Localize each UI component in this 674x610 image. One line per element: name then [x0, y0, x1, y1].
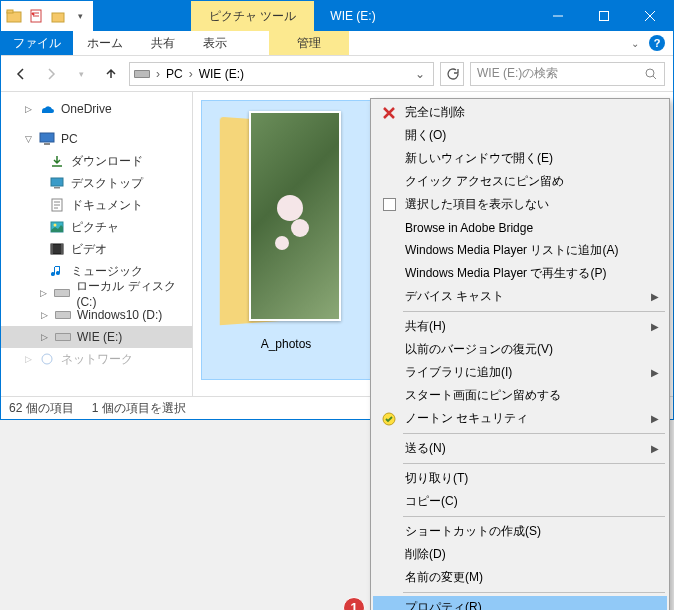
expander-icon[interactable]: ▷: [23, 104, 33, 114]
up-button[interactable]: [99, 62, 123, 86]
tree-downloads[interactable]: ダウンロード: [1, 150, 192, 172]
search-icon: [644, 67, 658, 81]
minimize-button[interactable]: [535, 1, 581, 31]
tree-videos[interactable]: ビデオ: [1, 238, 192, 260]
svg-rect-9: [44, 143, 50, 145]
tab-manage[interactable]: 管理: [269, 31, 349, 55]
expander-icon[interactable]: ▽: [23, 134, 33, 144]
drive-icon: [55, 329, 71, 345]
menu-cut[interactable]: 切り取り(T): [373, 467, 667, 490]
chevron-right-icon[interactable]: ›: [152, 67, 164, 81]
annotation-badge: 1: [343, 597, 365, 611]
tab-share[interactable]: 共有: [137, 31, 189, 55]
tree-local-c[interactable]: ▷ ローカル ディスク (C:): [1, 282, 192, 304]
tree-label: ビデオ: [71, 241, 107, 258]
svg-rect-11: [54, 187, 60, 189]
menu-open[interactable]: 開く(O): [373, 124, 667, 147]
pc-icon: [39, 131, 55, 147]
menu-adobe-bridge[interactable]: Browse in Adobe Bridge: [373, 216, 667, 239]
tree-network[interactable]: ▷ ネットワーク: [1, 348, 192, 370]
refresh-button[interactable]: [440, 62, 464, 86]
expander-icon[interactable]: ▷: [39, 288, 48, 298]
menu-add-to-library[interactable]: ライブラリに追加(I)▶: [373, 361, 667, 384]
maximize-button[interactable]: [581, 1, 627, 31]
menu-copy[interactable]: コピー(C): [373, 490, 667, 513]
svg-rect-10: [51, 178, 63, 186]
new-folder-icon[interactable]: [49, 7, 67, 25]
tree-label: ネットワーク: [61, 351, 133, 368]
properties-icon[interactable]: [27, 7, 45, 25]
recent-dropdown-icon[interactable]: ▾: [69, 62, 93, 86]
tree-label: ローカル ディスク (C:): [76, 278, 192, 309]
menu-norton[interactable]: ノートン セキュリティ▶: [373, 407, 667, 430]
tree-documents[interactable]: ドキュメント: [1, 194, 192, 216]
menu-rename[interactable]: 名前の変更(M): [373, 566, 667, 589]
qat-dropdown-icon[interactable]: ▾: [71, 7, 89, 25]
svg-rect-4: [600, 12, 609, 21]
onedrive-icon: [39, 101, 55, 117]
menu-create-shortcut[interactable]: ショートカットの作成(S): [373, 520, 667, 543]
tree-pictures[interactable]: ピクチャ: [1, 216, 192, 238]
menu-restore-previous[interactable]: 以前のバージョンの復元(V): [373, 338, 667, 361]
chevron-right-icon[interactable]: ›: [185, 67, 197, 81]
search-input[interactable]: WIE (E:)の検索: [470, 62, 665, 86]
menu-separator: [403, 433, 665, 434]
svg-rect-1: [7, 10, 13, 13]
help-icon[interactable]: ?: [649, 35, 665, 51]
svg-point-14: [54, 224, 57, 227]
forward-button[interactable]: [39, 62, 63, 86]
menu-delete[interactable]: 削除(D): [373, 543, 667, 566]
svg-rect-16: [51, 244, 53, 254]
tab-file[interactable]: ファイル: [1, 31, 73, 55]
menu-delete-permanently[interactable]: 完全に削除: [373, 101, 667, 124]
menu-wmp-play[interactable]: Windows Media Player で再生する(P): [373, 262, 667, 285]
menu-separator: [403, 592, 665, 593]
ribbon-expand-icon[interactable]: ⌄: [631, 38, 639, 49]
status-item-count: 62 個の項目: [9, 400, 74, 417]
menu-device-cast[interactable]: デバイス キャスト▶: [373, 285, 667, 308]
drive-icon: [55, 307, 71, 323]
menu-pin-start[interactable]: スタート画面にピン留めする: [373, 384, 667, 407]
folder-item-selected[interactable]: A_photos: [201, 100, 371, 380]
tab-home[interactable]: ホーム: [73, 31, 137, 55]
ribbon-tabs: ファイル ホーム 共有 表示 管理 ⌄ ?: [1, 31, 673, 56]
submenu-arrow-icon: ▶: [651, 291, 659, 302]
expander-icon[interactable]: ▷: [39, 310, 49, 320]
tree-label: デスクトップ: [71, 175, 143, 192]
menu-properties[interactable]: 1 プロパティ(R): [373, 596, 667, 610]
tab-view[interactable]: 表示: [189, 31, 241, 55]
svg-rect-23: [56, 334, 70, 340]
downloads-icon: [49, 153, 65, 169]
tree-onedrive[interactable]: ▷ OneDrive: [1, 98, 192, 120]
svg-rect-17: [61, 244, 63, 254]
tree-pc[interactable]: ▽ PC: [1, 128, 192, 150]
back-button[interactable]: [9, 62, 33, 86]
breadcrumb-drive[interactable]: WIE (E:): [199, 67, 244, 81]
drive-icon: [134, 66, 150, 82]
window-title: WIE (E:): [314, 1, 535, 31]
menu-separator: [403, 516, 665, 517]
menu-hide-selected[interactable]: 選択した項目を表示しない: [373, 193, 667, 216]
drive-icon: [54, 285, 70, 301]
checkbox-icon: [377, 198, 401, 211]
address-dropdown-icon[interactable]: ⌄: [411, 67, 429, 81]
navigation-pane: ▴ ▷ OneDrive ▽ PC ダウンロード デスクトップ: [1, 92, 193, 396]
menu-pin-quick-access[interactable]: クイック アクセスにピン留め: [373, 170, 667, 193]
breadcrumb-pc[interactable]: PC: [166, 67, 183, 81]
menu-share[interactable]: 共有(H)▶: [373, 315, 667, 338]
tree-wie-e[interactable]: ▷ WIE (E:): [1, 326, 192, 348]
submenu-arrow-icon: ▶: [651, 321, 659, 332]
status-selected-count: 1 個の項目を選択: [92, 400, 186, 417]
menu-send-to[interactable]: 送る(N)▶: [373, 437, 667, 460]
expander-icon[interactable]: ▷: [39, 332, 49, 342]
tree-desktop[interactable]: デスクトップ: [1, 172, 192, 194]
svg-rect-21: [56, 312, 70, 318]
address-bar[interactable]: › PC › WIE (E:) ⌄: [129, 62, 434, 86]
expander-icon[interactable]: ▷: [23, 354, 33, 364]
menu-open-new-window[interactable]: 新しいウィンドウで開く(E): [373, 147, 667, 170]
menu-wmp-add[interactable]: Windows Media Player リストに追加(A): [373, 239, 667, 262]
tree-label: PC: [61, 132, 78, 146]
folder-thumbnail: [221, 111, 351, 331]
close-button[interactable]: [627, 1, 673, 31]
pictures-icon: [49, 219, 65, 235]
